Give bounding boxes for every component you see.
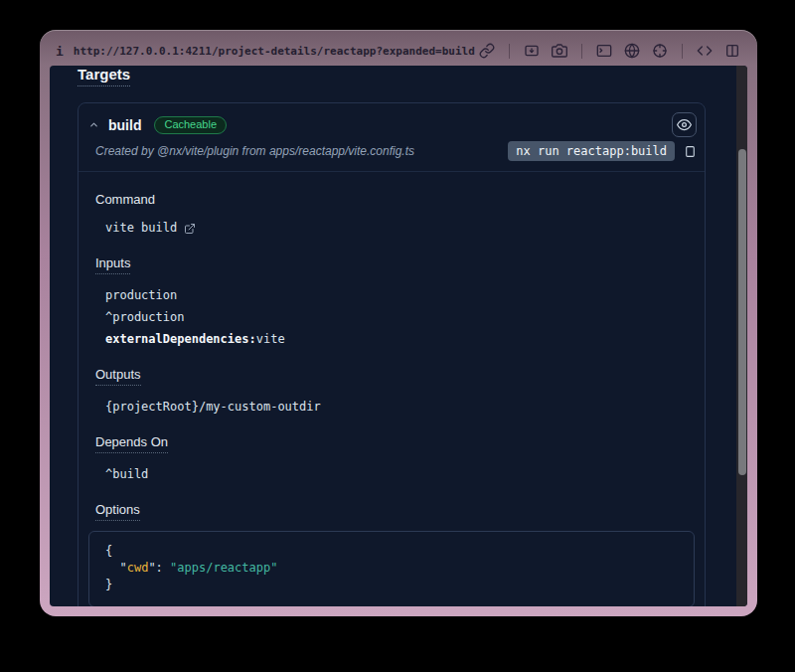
code-icon[interactable] xyxy=(696,42,714,60)
info-icon[interactable]: i xyxy=(56,44,64,59)
view-eye-button[interactable] xyxy=(672,112,697,137)
run-command-chip: nx run reactapp:build xyxy=(508,141,675,161)
depends-item: ^build xyxy=(105,467,148,482)
cacheable-badge: Cacheable xyxy=(154,116,227,134)
json-value: "apps/reactapp" xyxy=(170,561,277,575)
scrollbar-thumb[interactable] xyxy=(738,149,746,475)
external-link-icon[interactable] xyxy=(184,223,196,235)
outputs-label: Outputs xyxy=(95,367,141,386)
camera-icon[interactable] xyxy=(551,42,568,60)
input-item: ^production xyxy=(105,310,184,325)
options-json-block: { "cwd": "apps/reactapp" } xyxy=(88,531,695,606)
project-details-content: Targets build Cacheable C xyxy=(50,66,736,606)
output-item: {projectRoot}/my-custom-outdir xyxy=(105,400,321,415)
created-by-text: Created by @nx/vite/plugin from apps/rea… xyxy=(95,144,414,158)
scrollbar-track[interactable] xyxy=(736,66,747,606)
inputs-label: Inputs xyxy=(95,255,130,274)
url-bar[interactable]: http://127.0.0.1:4211/project-details/re… xyxy=(74,45,475,58)
toolbar-divider xyxy=(682,44,683,59)
build-header-row[interactable]: build Cacheable xyxy=(79,103,705,137)
toolbar-divider xyxy=(581,44,582,59)
options-label: Options xyxy=(95,502,140,521)
console-icon[interactable] xyxy=(595,42,613,60)
browser-frame: i http://127.0.0.1:4211/project-details/… xyxy=(40,30,757,616)
json-line: } xyxy=(105,577,678,593)
page-viewport: Targets build Cacheable C xyxy=(50,66,747,606)
command-label: Command xyxy=(95,192,155,207)
copy-icon[interactable] xyxy=(684,144,697,159)
input-kv-key: externalDependencies: xyxy=(105,332,256,347)
json-line: "cwd": "apps/reactapp" xyxy=(105,560,678,577)
target-card-build: build Cacheable Created by @nx/vite/plug… xyxy=(78,102,706,606)
depends-on-label: Depends On xyxy=(95,434,168,453)
link-icon[interactable] xyxy=(478,42,496,60)
chevron-up-icon[interactable] xyxy=(88,119,99,130)
split-panel-icon[interactable] xyxy=(723,42,741,60)
command-value: vite build xyxy=(105,221,177,236)
target-name: build xyxy=(108,117,141,133)
globe-icon[interactable] xyxy=(623,42,641,60)
targets-heading: Targets xyxy=(78,66,130,86)
json-line: { xyxy=(105,543,678,560)
toolbar-divider xyxy=(509,44,510,59)
build-card-header: build Cacheable Created by @nx/vite/plug… xyxy=(79,103,705,172)
input-item: production xyxy=(105,288,177,303)
crosshair-icon[interactable] xyxy=(651,42,669,60)
json-key: cwd xyxy=(127,561,149,575)
input-kv-value: vite xyxy=(256,332,285,347)
browser-toolbar: i http://127.0.0.1:4211/project-details/… xyxy=(40,30,757,66)
screenshot-region-icon[interactable] xyxy=(523,42,541,60)
